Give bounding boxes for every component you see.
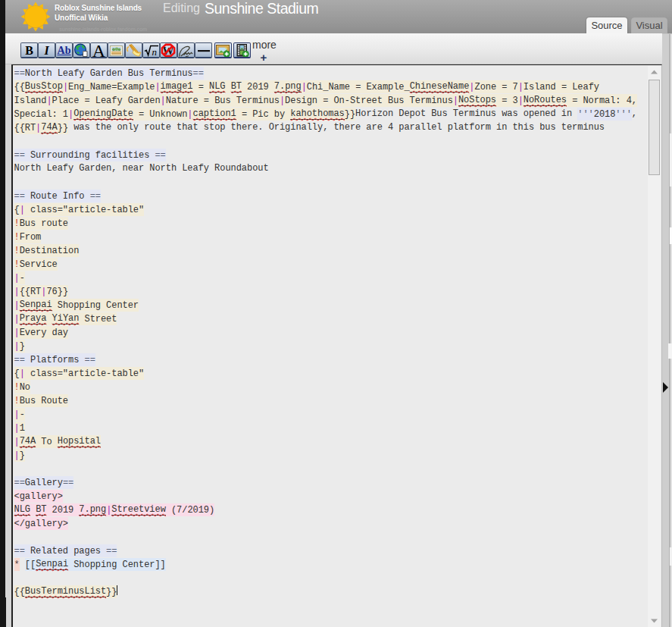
svg-text:n: n [152,46,158,58]
